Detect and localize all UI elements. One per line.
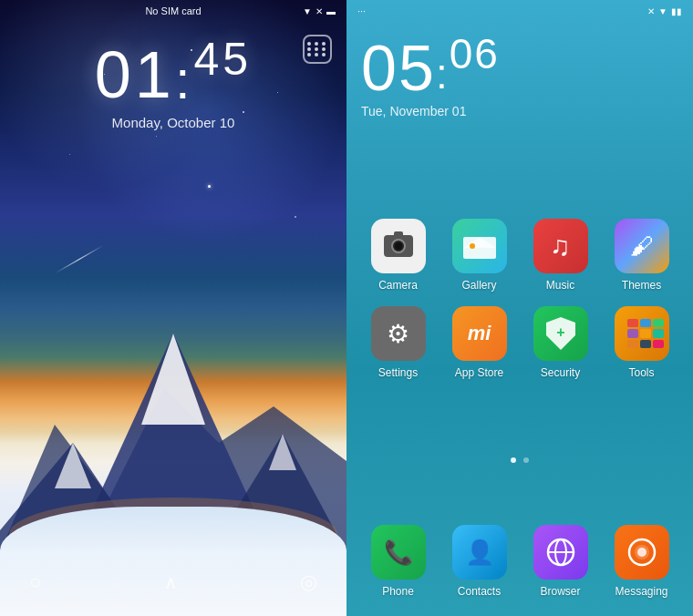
lock-minutes: 45 — [194, 34, 253, 85]
page-dot-2 — [523, 457, 529, 463]
lock-clock: 01:45 Monday, October 10 — [0, 36, 346, 130]
gallery-app-icon — [452, 219, 507, 273]
contacts-app-icon: 👤 — [452, 525, 507, 580]
home-status-right: ✕ ▼ ▮▮ — [647, 6, 682, 16]
tools-app-label: Tools — [628, 366, 654, 379]
home-battery-icon: ▮▮ — [671, 6, 682, 16]
home-clock: 05:06 Tue, November 01 — [361, 33, 500, 118]
lock-camera-button[interactable]: ◎ — [300, 570, 317, 594]
lock-status-bar: No SIM card ▼ ✕ ▬ — [0, 0, 346, 22]
lock-status-icons: ▼ ✕ ▬ — [303, 0, 336, 22]
phone-icon: 📞 — [384, 539, 413, 567]
home-status-left: ··· — [357, 5, 366, 16]
home-wifi-icon: ✕ — [647, 6, 655, 16]
star-7 — [295, 216, 296, 218]
app-grid: Camera Gallery ♫ Music — [346, 219, 693, 386]
security-app-icon: + — [533, 306, 588, 361]
music-note-icon: ♫ — [550, 231, 571, 262]
app-item-camera[interactable]: Camera — [362, 219, 435, 292]
page-dots — [346, 457, 693, 463]
gallery-icon-svg — [463, 233, 496, 259]
home-minutes: 06 — [450, 30, 500, 77]
settings-app-icon: ⚙ — [371, 306, 426, 361]
messaging-icon-svg — [626, 537, 657, 568]
dock-row: 📞 Phone 👤 Contacts Browser — [346, 525, 693, 598]
appstore-app-icon: mi — [452, 306, 507, 361]
lock-screen-panel: No SIM card ▼ ✕ ▬ 01:45 Monday, October … — [0, 0, 346, 616]
contacts-icon: 👤 — [465, 539, 494, 567]
messaging-app-icon — [615, 525, 669, 580]
lock-colon: : — [175, 49, 194, 110]
themes-brush-icon: 🖌 — [630, 232, 654, 261]
camera-app-label: Camera — [378, 279, 418, 292]
security-shield-svg: + — [546, 317, 575, 350]
music-app-icon: ♫ — [533, 219, 588, 273]
home-hours: 05 — [361, 33, 436, 104]
app-item-browser[interactable]: Browser — [524, 525, 597, 598]
home-screen-panel: ··· ✕ ▼ ▮▮ 05:06 Tue, November 01 — [346, 0, 693, 616]
mi-logo-icon: mi — [468, 322, 491, 345]
app-item-messaging[interactable]: Messaging — [605, 525, 678, 598]
star-6 — [69, 154, 70, 155]
lock-date: Monday, October 10 — [0, 115, 346, 130]
tools-cell-7 — [627, 340, 638, 348]
camera-bump — [394, 231, 403, 235]
battery-icon: ▬ — [326, 6, 336, 16]
tools-app-icon — [615, 306, 669, 361]
svg-marker-4 — [141, 334, 205, 425]
svg-point-10 — [470, 243, 475, 249]
wifi-icon: ▼ — [303, 6, 312, 16]
tools-cell-4 — [627, 329, 638, 337]
home-network-icon: ▼ — [658, 6, 667, 16]
lock-hours: 01 — [95, 38, 175, 111]
security-app-label: Security — [541, 366, 580, 379]
camera-app-icon — [371, 219, 426, 273]
star-4 — [156, 136, 157, 137]
browser-app-label: Browser — [540, 585, 580, 598]
star-bright — [208, 185, 211, 188]
browser-app-icon — [533, 525, 588, 580]
lock-carrier-text: No SIM card — [145, 5, 201, 16]
app-item-gallery[interactable]: Gallery — [443, 219, 516, 292]
tools-grid — [624, 315, 660, 352]
home-colon: : — [436, 50, 450, 98]
tools-cell-3 — [653, 319, 664, 327]
home-date: Tue, November 01 — [361, 104, 500, 118]
appstore-app-label: App Store — [455, 366, 503, 379]
tools-cell-1 — [627, 319, 638, 327]
gallery-app-label: Gallery — [461, 279, 496, 292]
svg-text:+: + — [556, 324, 564, 340]
camera-icon-body — [384, 235, 413, 257]
app-item-themes[interactable]: 🖌 Themes — [605, 219, 678, 292]
contacts-app-label: Contacts — [458, 585, 501, 598]
settings-gear-icon: ⚙ — [387, 319, 409, 349]
home-time-display: 05:06 — [361, 33, 500, 100]
home-signal-dots: ··· — [357, 5, 366, 16]
music-app-label: Music — [546, 279, 574, 292]
tools-cell-9 — [653, 340, 664, 348]
app-item-appstore[interactable]: mi App Store — [443, 306, 516, 379]
tools-cell-5 — [640, 329, 651, 337]
app-item-settings[interactable]: ⚙ Settings — [362, 306, 435, 379]
app-item-tools[interactable]: Tools — [605, 306, 678, 379]
tools-cell-2 — [640, 319, 651, 327]
camera-lens — [391, 239, 406, 253]
app-item-contacts[interactable]: 👤 Contacts — [443, 525, 516, 598]
phone-app-label: Phone — [382, 585, 414, 598]
svg-point-17 — [637, 548, 646, 557]
tools-cell-6 — [653, 329, 664, 337]
app-item-music[interactable]: ♫ Music — [524, 219, 597, 292]
app-item-security[interactable]: + Security — [524, 306, 597, 379]
lock-flashlight-button[interactable]: ○ — [29, 570, 41, 594]
settings-app-label: Settings — [378, 366, 418, 379]
app-item-phone[interactable]: 📞 Phone — [362, 525, 435, 598]
themes-app-icon: 🖌 — [615, 219, 669, 273]
app-row-2: ⚙ Settings mi App Store + Secu — [357, 306, 682, 379]
tools-cell-8 — [640, 340, 651, 348]
page-dot-1 — [511, 457, 516, 463]
app-row-1: Camera Gallery ♫ Music — [357, 219, 682, 292]
phone-app-icon: 📞 — [371, 525, 426, 580]
lock-time-display: 01:45 — [0, 36, 346, 108]
lock-bottom-controls: ○ ∧ ◎ — [0, 570, 346, 594]
home-status-bar: ··· ✕ ▼ ▮▮ — [346, 0, 693, 22]
